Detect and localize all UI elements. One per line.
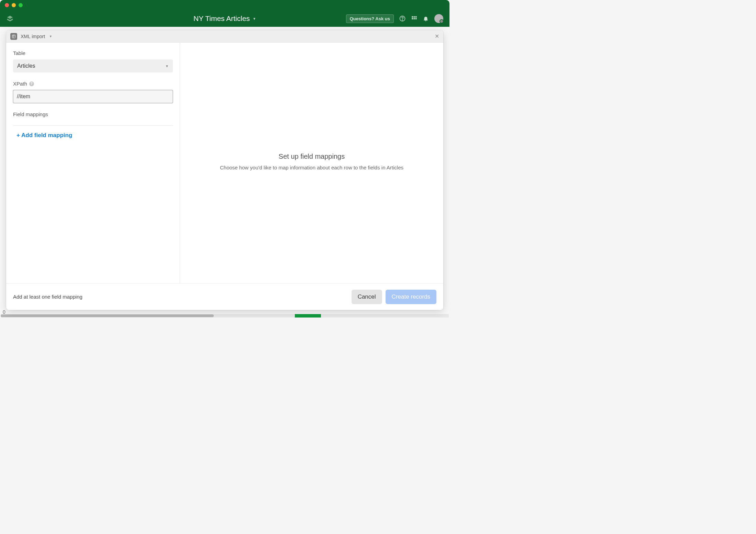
horizontal-scrollbar-thumb[interactable]	[1, 314, 214, 317]
svg-point-1	[402, 20, 402, 20]
add-field-mapping-button[interactable]: + Add field mapping	[16, 132, 173, 139]
xpath-help-icon[interactable]: ?	[29, 81, 34, 86]
footer-message: Add at least one field mapping	[13, 294, 82, 300]
base-title-dropdown[interactable]: NY Times Articles ▼	[193, 14, 256, 23]
chevron-down-icon: ▼	[253, 17, 256, 21]
app-logo-icon[interactable]	[6, 15, 14, 22]
right-pane-subtitle: Choose how you'd like to map information…	[220, 165, 403, 170]
minimize-window-button[interactable]	[12, 3, 16, 7]
svg-rect-7	[415, 18, 417, 20]
base-title: NY Times Articles	[193, 14, 250, 23]
chevron-down-icon[interactable]: ▼	[49, 35, 52, 38]
macos-window: NY Times Articles ▼ Questions? Ask us 0	[0, 0, 449, 318]
svg-rect-5	[412, 18, 413, 20]
help-icon[interactable]	[399, 15, 405, 22]
ask-us-button[interactable]: Questions? Ask us	[346, 14, 394, 23]
close-window-button[interactable]	[5, 3, 9, 7]
modal-titlebar: XML import ▼ ✕	[6, 30, 443, 43]
table-select[interactable]: Articles ▼	[13, 59, 173, 73]
xpath-input[interactable]	[13, 90, 173, 103]
svg-rect-6	[414, 18, 415, 20]
table-label: Table	[13, 50, 173, 56]
divider	[13, 125, 173, 126]
modal-body: Table Articles ▼ XPath ? Field mappings …	[6, 43, 443, 283]
right-pane-title: Set up field mappings	[279, 153, 345, 160]
app-header: NY Times Articles ▼ Questions? Ask us	[0, 10, 449, 27]
right-pane: Set up field mappings Choose how you'd l…	[180, 43, 443, 283]
close-modal-button[interactable]: ✕	[435, 33, 439, 40]
maximize-window-button[interactable]	[19, 3, 23, 7]
table-select-value: Articles	[17, 63, 35, 69]
field-mappings-label: Field mappings	[13, 111, 173, 117]
window-titlebar	[0, 0, 449, 10]
create-records-button[interactable]: Create records	[386, 290, 436, 304]
svg-rect-8	[12, 35, 15, 38]
svg-rect-4	[415, 16, 417, 18]
xml-import-modal: XML import ▼ ✕ Table Articles ▼ XPath ? …	[6, 30, 443, 310]
cancel-button[interactable]: Cancel	[352, 290, 382, 304]
active-tab-indicator	[295, 314, 321, 318]
user-avatar[interactable]	[434, 14, 443, 23]
notifications-icon[interactable]	[423, 15, 429, 22]
svg-rect-3	[414, 16, 415, 18]
block-icon	[10, 33, 17, 40]
xpath-label: XPath ?	[13, 81, 173, 87]
chevron-down-icon: ▼	[165, 64, 169, 68]
svg-rect-2	[412, 16, 413, 18]
left-pane: Table Articles ▼ XPath ? Field mappings …	[6, 43, 180, 283]
modal-title: XML import	[21, 34, 45, 39]
apps-grid-icon[interactable]	[411, 15, 417, 22]
modal-footer: Add at least one field mapping Cancel Cr…	[6, 283, 443, 310]
